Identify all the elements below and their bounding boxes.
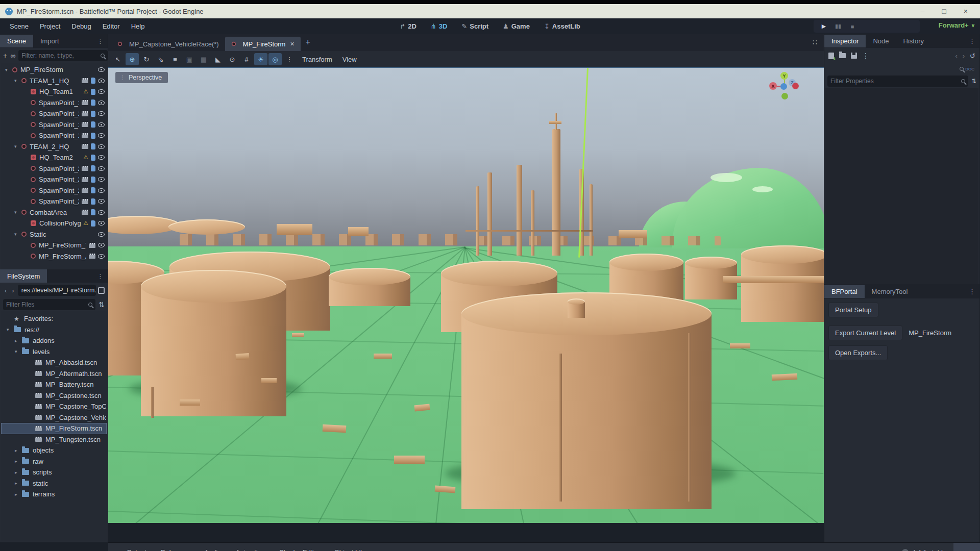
inspector[interactable]: Inspector [824, 35, 866, 47]
scene-instance-icon[interactable] [82, 100, 88, 105]
visibility-icon[interactable] [98, 133, 105, 138]
expander-icon[interactable]: ▸ [15, 481, 22, 486]
import[interactable]: Import [33, 35, 66, 47]
play-custom-scene-button[interactable] [875, 21, 887, 32]
visibility-icon[interactable] [98, 166, 105, 171]
script-icon[interactable] [91, 155, 95, 161]
script-icon[interactable] [91, 187, 95, 193]
toggle-split-mode-button[interactable] [98, 287, 105, 294]
mobile-deploy-button[interactable] [889, 21, 901, 32]
mp-capstone-vehiclerace-[interactable]: MP_Capstone_VehicleRace(*) [111, 37, 225, 51]
hq-team1[interactable]: HQ_Team1 ⚠ [1, 86, 107, 97]
expander-icon[interactable]: ▾ [7, 327, 14, 332]
combatarea[interactable]: ▾ CombatArea [1, 207, 107, 218]
new-resource-icon[interactable] [828, 53, 834, 59]
script-icon[interactable] [91, 220, 95, 227]
addons[interactable]: ▸ addons [1, 335, 107, 346]
view-axis-gizmo[interactable]: Y X Z [767, 71, 803, 108]
visibility-icon[interactable] [98, 232, 105, 237]
team-2-hq[interactable]: ▾ TEAM_2_HQ [1, 141, 107, 153]
script-icon[interactable] [91, 143, 95, 149]
scene[interactable]: Scene [0, 35, 33, 47]
scene-instance-icon[interactable] [82, 199, 88, 204]
view[interactable]: View [337, 54, 362, 65]
axis-neg-x-ball[interactable] [792, 83, 799, 89]
visibility-icon[interactable] [98, 155, 105, 160]
script-icon[interactable] [91, 99, 95, 106]
play-current-scene-button[interactable] [861, 21, 873, 32]
open-exports-button[interactable]: Open Exports... [828, 345, 888, 360]
scripts[interactable]: ▸ scripts [1, 467, 107, 478]
mp-aftermath-tscn[interactable]: MP_Aftermath.tscn [1, 368, 107, 380]
hq-team2[interactable]: HQ_Team2 ⚠ [1, 152, 107, 163]
terrains[interactable]: ▸ terrains [1, 489, 107, 500]
spawnpoint-2-4[interactable]: SpawnPoint_2_4 [1, 196, 107, 207]
mp-tungsten-tscn[interactable]: MP_Tungsten.tscn [1, 434, 107, 445]
expander-icon[interactable]: ▾ [14, 78, 21, 83]
expander-icon[interactable]: ▾ [14, 210, 21, 215]
expand-sections-button[interactable]: ⇅ [971, 78, 976, 85]
export-current-level-button[interactable]: Export Current Level [828, 325, 902, 340]
spawnpoint-1-2[interactable]: SpawnPoint_1_2 [1, 108, 107, 119]
spawnpoint-1-4[interactable]: SpawnPoint_1_4 [1, 130, 107, 141]
local-space-toggle[interactable]: ⊙ [226, 53, 239, 65]
renderer-select[interactable]: Forward+ ∨ [939, 21, 975, 29]
expander-icon[interactable]: ▾ [14, 232, 21, 237]
filesystem-title[interactable]: FileSystem [0, 269, 47, 283]
script-icon[interactable] [91, 78, 95, 84]
current-path-field[interactable]: res://levels/MP_FireStorm. [18, 285, 96, 296]
portal-setup-button[interactable]: Portal Setup [828, 303, 878, 317]
instantiate-scene-icon[interactable]: ∞ [10, 52, 15, 60]
visibility-icon[interactable] [98, 122, 105, 127]
mp-firestorm-terrai[interactable]: MP_FireStorm_Terrai [1, 240, 107, 251]
expander-icon[interactable]: ▸ [15, 492, 22, 497]
script-icon[interactable] [91, 165, 95, 171]
2d[interactable]: ↱ 2D [395, 21, 421, 32]
visibility-icon[interactable] [98, 210, 105, 215]
inspector-history-icon[interactable]: ↺ [970, 52, 975, 60]
mp-abbasid-tscn[interactable]: MP_Abbasid.tscn [1, 357, 107, 368]
ruler-mode-tool[interactable]: ◣ [211, 53, 225, 65]
mp-firestorm[interactable]: MP_FireStorm × [225, 37, 301, 51]
game[interactable]: ♟ Game [498, 21, 534, 32]
animation[interactable]: Animation [228, 544, 272, 551]
static[interactable]: ▾ Static [1, 229, 107, 240]
script-icon[interactable] [91, 121, 95, 128]
help[interactable]: Help [126, 20, 151, 32]
scene-instance-icon[interactable] [82, 177, 88, 182]
file-filter-input[interactable] [6, 301, 88, 308]
history-back-button[interactable]: ‹ [3, 287, 8, 294]
version-label[interactable]: 4.4.1.stable [902, 548, 946, 551]
snap-toggle[interactable]: # [240, 53, 253, 65]
selection-list-tool[interactable]: ≡ [168, 53, 182, 65]
mp-firestorm-tscn[interactable]: MP_FireStorm.tscn [1, 423, 107, 434]
output[interactable]: Output [119, 544, 154, 551]
visibility-icon[interactable] [98, 89, 105, 94]
movie-maker-button[interactable] [903, 21, 916, 32]
bfportal-menu-icon[interactable]: ⋮ [965, 288, 979, 295]
visibility-icon[interactable] [98, 199, 105, 204]
visibility-icon[interactable] [98, 243, 105, 247]
transform[interactable]: Transform [297, 54, 337, 65]
scene-instance-icon[interactable] [82, 188, 88, 193]
stop-button[interactable]: ■ [846, 21, 859, 32]
memorytool[interactable]: MemoryTool [865, 285, 915, 298]
visibility-icon[interactable] [98, 111, 105, 116]
perspective-menu[interactable]: ⋮ Perspective [115, 72, 168, 83]
inspector-menu-icon[interactable]: ⋮ [965, 37, 979, 45]
visibility-icon[interactable] [98, 67, 105, 72]
expander-icon[interactable]: ▸ [15, 338, 22, 343]
minimize-button[interactable]: – [921, 7, 925, 15]
scene-instance-icon[interactable] [82, 144, 88, 149]
select-mode-tool[interactable]: ↖ [111, 53, 125, 65]
file-sort-button[interactable]: ⇅ [99, 300, 105, 309]
distraction-free-mode-button[interactable]: ∷ [813, 38, 818, 46]
expander-icon[interactable]: ▾ [15, 349, 22, 354]
sun-environment-settings[interactable]: ⋮ [283, 53, 296, 65]
mp-firestorm-assets[interactable]: MP_FireStorm_Assets [1, 251, 107, 262]
expander-icon[interactable]: ▾ [14, 144, 21, 149]
visibility-icon[interactable] [98, 188, 105, 193]
preview-environment-toggle[interactable]: ◎ [268, 53, 282, 65]
assetlib[interactable]: ↧ AssetLib [540, 21, 585, 32]
mp-firestorm[interactable]: ▾ MP_FireStorm [1, 64, 107, 76]
